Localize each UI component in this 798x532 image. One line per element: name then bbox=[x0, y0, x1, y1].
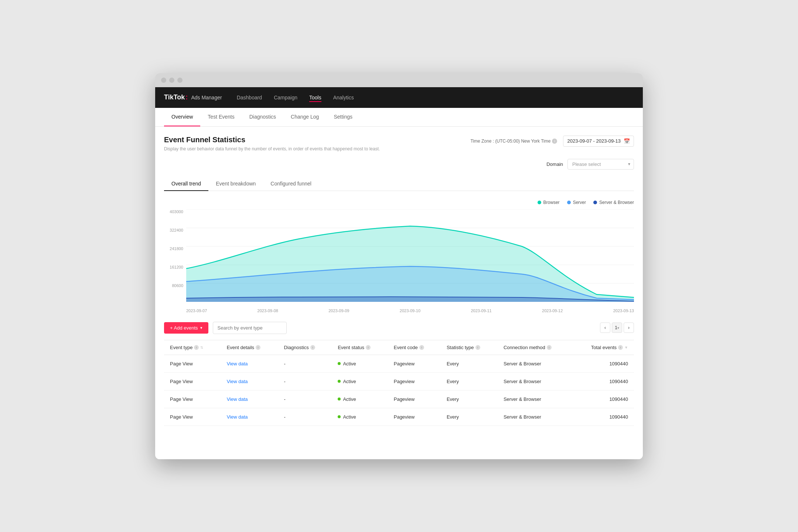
th-info-event-code[interactable]: i bbox=[419, 345, 424, 350]
y-label-4: 322400 bbox=[170, 228, 183, 232]
y-label-3: 241800 bbox=[170, 246, 183, 251]
add-events-label: + Add events bbox=[170, 325, 198, 331]
table-row: Page View View data - Active Pageview Ev… bbox=[164, 390, 634, 408]
cell-event-status-1: Active bbox=[332, 372, 388, 390]
cell-event-status-3: Active bbox=[332, 408, 388, 426]
active-dot-0 bbox=[338, 362, 341, 365]
toolbar-left: + Add events ▾ bbox=[164, 322, 287, 334]
th-info-event-status[interactable]: i bbox=[366, 345, 371, 350]
tab-diagnostics[interactable]: Diagnostics bbox=[242, 108, 283, 126]
nav-dashboard[interactable]: Dashboard bbox=[237, 93, 262, 102]
sub-tab-event-breakdown[interactable]: Event breakdown bbox=[208, 177, 263, 191]
table-row: Page View View data - Active Pageview Ev… bbox=[164, 408, 634, 426]
main-nav: TikTok: Ads Manager Dashboard Campaign T… bbox=[155, 87, 643, 108]
nav-tools[interactable]: Tools bbox=[309, 93, 321, 102]
current-page-button[interactable]: 1 ▾ bbox=[612, 323, 622, 333]
th-info-diagnostics[interactable]: i bbox=[310, 345, 315, 350]
table-row: Page View View data - Active Pageview Ev… bbox=[164, 372, 634, 390]
table-row: Page View View data - Active Pageview Ev… bbox=[164, 355, 634, 372]
sub-tab-configured-funnel[interactable]: Configured funnel bbox=[263, 177, 319, 191]
cell-statistic-type-1: Every bbox=[441, 372, 498, 390]
legend-dot-server-browser bbox=[593, 201, 597, 204]
main-content: Event Funnel Statistics Display the user… bbox=[155, 127, 643, 459]
sub-tab-overall-trend[interactable]: Overall trend bbox=[164, 177, 208, 191]
y-axis: 403000 322400 241800 161200 80600 bbox=[164, 209, 186, 302]
x-axis: 2023-09-07 2023-09-08 2023-09-09 2023-09… bbox=[186, 308, 634, 313]
tab-settings[interactable]: Settings bbox=[326, 108, 360, 126]
cell-connection-method-0: Server & Browser bbox=[498, 355, 573, 372]
cell-total-events-3: 1090440 bbox=[573, 408, 634, 426]
cell-event-status-2: Active bbox=[332, 390, 388, 408]
chart-plot bbox=[186, 209, 634, 302]
maximize-button[interactable] bbox=[177, 78, 183, 83]
cell-event-type-1: Page View bbox=[164, 372, 221, 390]
cell-statistic-type-3: Every bbox=[441, 408, 498, 426]
cell-event-type-3: Page View bbox=[164, 408, 221, 426]
calendar-icon: 📅 bbox=[624, 138, 630, 144]
domain-select[interactable]: Please select bbox=[567, 159, 634, 170]
th-event-code: Event code i bbox=[388, 340, 441, 355]
chevron-down-icon: ▾ bbox=[200, 325, 202, 330]
th-total-events: Total events i ▼ bbox=[573, 340, 634, 355]
add-events-button[interactable]: + Add events ▾ bbox=[164, 322, 208, 334]
search-input[interactable] bbox=[213, 322, 287, 334]
th-event-details: Event details i bbox=[221, 340, 278, 355]
th-event-type: Event type i ⇅ bbox=[164, 340, 221, 355]
sort-icon-total-events[interactable]: ▼ bbox=[624, 345, 628, 349]
page-title: Event Funnel Statistics bbox=[164, 136, 380, 144]
chart-svg bbox=[186, 209, 634, 302]
minimize-button[interactable] bbox=[169, 78, 174, 83]
table-toolbar: + Add events ▾ ‹ 1 ▾ › bbox=[164, 322, 634, 334]
th-info-statistic-type[interactable]: i bbox=[475, 345, 480, 350]
nav-analytics[interactable]: Analytics bbox=[333, 93, 354, 102]
tabs-bar: Overview Test Events Diagnostics Change … bbox=[155, 108, 643, 127]
tab-test-events[interactable]: Test Events bbox=[200, 108, 242, 126]
next-page-button[interactable]: › bbox=[624, 323, 634, 333]
th-info-event-type[interactable]: i bbox=[194, 345, 199, 350]
active-dot-3 bbox=[338, 415, 341, 418]
x-label-4: 2023-09-11 bbox=[471, 308, 491, 313]
nav-items: Dashboard Campaign Tools Analytics bbox=[237, 93, 354, 102]
chevron-down-icon: ▾ bbox=[617, 326, 619, 330]
view-data-link-0[interactable]: View data bbox=[227, 361, 248, 366]
th-info-total-events[interactable]: i bbox=[618, 345, 623, 350]
y-label-2: 161200 bbox=[170, 265, 183, 269]
legend-label-browser: Browser bbox=[543, 200, 560, 205]
th-info-event-details[interactable]: i bbox=[256, 345, 260, 350]
cell-total-events-1: 1090440 bbox=[573, 372, 634, 390]
prev-page-button[interactable]: ‹ bbox=[600, 323, 610, 333]
tab-overview[interactable]: Overview bbox=[164, 108, 200, 126]
cell-event-details-2: View data bbox=[221, 390, 278, 408]
date-range-text: 2023-09-07 - 2023-09-13 bbox=[567, 138, 621, 144]
cell-total-events-2: 1090440 bbox=[573, 390, 634, 408]
x-label-0: 2023-09-07 bbox=[186, 308, 207, 313]
page-subtitle: Display the user behavior data funnel by… bbox=[164, 146, 380, 151]
timezone-label: Time Zone : (UTC-05:00) New York Time i bbox=[470, 139, 557, 144]
pagination: ‹ 1 ▾ › bbox=[600, 323, 634, 333]
data-table: Event type i ⇅ Event details i Dia bbox=[164, 340, 634, 426]
domain-row: Domain Please select bbox=[164, 159, 634, 170]
nav-campaign[interactable]: Campaign bbox=[274, 93, 297, 102]
legend-label-server: Server bbox=[573, 200, 586, 205]
close-button[interactable] bbox=[161, 78, 166, 83]
cell-diagnostics-1: - bbox=[278, 372, 332, 390]
cell-event-code-0: Pageview bbox=[388, 355, 441, 372]
view-data-link-3[interactable]: View data bbox=[227, 414, 248, 420]
date-picker[interactable]: 2023-09-07 - 2023-09-13 📅 bbox=[563, 136, 634, 147]
legend-dot-server bbox=[567, 201, 571, 204]
cell-event-code-1: Pageview bbox=[388, 372, 441, 390]
y-label-5: 403000 bbox=[170, 209, 183, 214]
x-label-2: 2023-09-09 bbox=[328, 308, 349, 313]
x-label-5: 2023-09-12 bbox=[542, 308, 563, 313]
th-info-connection-method[interactable]: i bbox=[547, 345, 552, 350]
cell-event-type-2: Page View bbox=[164, 390, 221, 408]
th-event-status: Event status i bbox=[332, 340, 388, 355]
tab-change-log[interactable]: Change Log bbox=[283, 108, 326, 126]
cell-diagnostics-2: - bbox=[278, 390, 332, 408]
cell-event-code-2: Pageview bbox=[388, 390, 441, 408]
sort-icon-event-type[interactable]: ⇅ bbox=[200, 345, 203, 349]
view-data-link-2[interactable]: View data bbox=[227, 396, 248, 402]
timezone-info-icon[interactable]: i bbox=[552, 139, 557, 144]
view-data-link-1[interactable]: View data bbox=[227, 379, 248, 384]
cell-total-events-0: 1090440 bbox=[573, 355, 634, 372]
